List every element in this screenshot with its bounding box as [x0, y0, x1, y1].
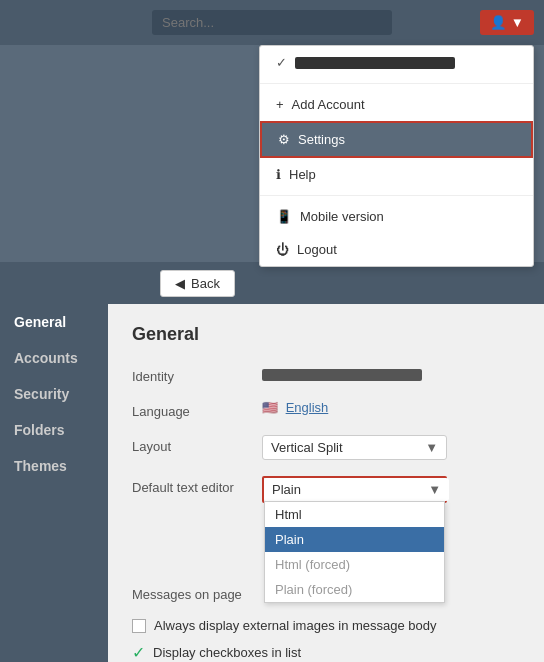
- settings-label: Settings: [298, 132, 345, 147]
- plus-icon: +: [276, 97, 284, 112]
- editor-option-plain-forced-label: Plain (forced): [275, 582, 352, 597]
- add-account-label: Add Account: [292, 97, 365, 112]
- identity-label: Identity: [132, 365, 262, 384]
- editor-label: Default text editor: [132, 476, 262, 495]
- editor-value: Plain ▼ Html Plain Html (forced) Plain (…: [262, 476, 520, 503]
- editor-option-html-forced-label: Html (forced): [275, 557, 350, 572]
- checkbox-images-label: Always display external images in messag…: [154, 618, 437, 633]
- checkbox-images-row: Always display external images in messag…: [132, 618, 520, 633]
- section-title: General: [132, 324, 520, 345]
- dropdown-email-item[interactable]: ✓: [260, 46, 533, 79]
- dropdown-help[interactable]: ℹ Help: [260, 158, 533, 191]
- layout-text: Vertical Split: [271, 440, 343, 455]
- editor-option-html[interactable]: Html: [265, 502, 444, 527]
- checkbox-images[interactable]: [132, 619, 146, 633]
- editor-arrow-icon: ▼: [428, 482, 441, 497]
- editor-option-plain-label: Plain: [275, 532, 304, 547]
- editor-option-html-label: Html: [275, 507, 302, 522]
- identity-value: [262, 365, 520, 384]
- back-bar: ◀ Back: [0, 262, 544, 304]
- mobile-label: Mobile version: [300, 209, 384, 224]
- logout-icon: ⏻: [276, 242, 289, 257]
- help-icon: ℹ: [276, 167, 281, 182]
- back-label: Back: [191, 276, 220, 291]
- checkmark-green-icon: ✓: [132, 643, 145, 662]
- messages-label: Messages on page: [132, 583, 262, 602]
- main-content: General Identity Language 🇺🇸 English Lay…: [108, 304, 544, 662]
- help-label: Help: [289, 167, 316, 182]
- sidebar-item-security[interactable]: Security: [0, 376, 108, 412]
- editor-option-html-forced[interactable]: Html (forced): [265, 552, 444, 577]
- editor-row: Default text editor Plain ▼ Html Plain H…: [132, 476, 520, 503]
- editor-option-plain[interactable]: Plain: [265, 527, 444, 552]
- editor-option-plain-forced[interactable]: Plain (forced): [265, 577, 444, 602]
- language-flag-icon: 🇺🇸: [262, 400, 278, 415]
- sidebar-item-accounts[interactable]: Accounts: [0, 340, 108, 376]
- language-value[interactable]: 🇺🇸 English: [262, 400, 520, 415]
- editor-dropdown-container: Plain ▼ Html Plain Html (forced) Plain (…: [262, 476, 447, 503]
- back-arrow-icon: ◀: [175, 276, 185, 291]
- identity-row: Identity: [132, 365, 520, 384]
- dropdown-mobile[interactable]: 📱 Mobile version: [260, 200, 533, 233]
- sidebar-general-label: General: [14, 314, 66, 330]
- sidebar-item-themes[interactable]: Themes: [0, 448, 108, 484]
- layout-row: Layout Vertical Split ▼: [132, 435, 520, 460]
- identity-blurred: [262, 369, 422, 381]
- top-bar: 👤 ▼: [0, 0, 544, 45]
- sidebar: General Accounts Security Folders Themes: [0, 304, 108, 662]
- layout-select[interactable]: Vertical Split ▼: [262, 435, 447, 460]
- dropdown-settings[interactable]: ⚙ Settings: [260, 121, 533, 158]
- check-icon: ✓: [276, 55, 287, 70]
- dropdown-divider-2: [260, 195, 533, 196]
- checkbox-list-label: Display checkboxes in list: [153, 645, 301, 660]
- search-input[interactable]: [152, 10, 392, 35]
- sidebar-item-general[interactable]: General: [0, 304, 108, 340]
- sidebar-accounts-label: Accounts: [14, 350, 78, 366]
- mobile-icon: 📱: [276, 209, 292, 224]
- sidebar-folders-label: Folders: [14, 422, 65, 438]
- language-row: Language 🇺🇸 English: [132, 400, 520, 419]
- avatar-arrow: ▼: [511, 15, 524, 30]
- language-label: Language: [132, 400, 262, 419]
- sidebar-themes-label: Themes: [14, 458, 67, 474]
- avatar-icon: 👤: [490, 15, 507, 30]
- email-text: [295, 57, 455, 69]
- back-button[interactable]: ◀ Back: [160, 270, 235, 297]
- dropdown-divider-1: [260, 83, 533, 84]
- logout-label: Logout: [297, 242, 337, 257]
- layout-arrow-icon: ▼: [425, 440, 438, 455]
- editor-select[interactable]: Plain ▼: [264, 478, 449, 501]
- checkbox-list-row: ✓ Display checkboxes in list: [132, 643, 520, 662]
- language-text: English: [286, 400, 329, 415]
- layout-value: Vertical Split ▼: [262, 435, 520, 460]
- avatar-button[interactable]: 👤 ▼: [480, 10, 534, 35]
- editor-options-list: Html Plain Html (forced) Plain (forced): [264, 501, 445, 603]
- dropdown-add-account[interactable]: + Add Account: [260, 88, 533, 121]
- editor-current-text: Plain: [272, 482, 301, 497]
- layout-label: Layout: [132, 435, 262, 454]
- sidebar-item-folders[interactable]: Folders: [0, 412, 108, 448]
- dropdown-logout[interactable]: ⏻ Logout: [260, 233, 533, 266]
- gear-icon: ⚙: [278, 132, 290, 147]
- dropdown-menu: ✓ + Add Account ⚙ Settings ℹ Help 📱 Mobi…: [259, 45, 534, 267]
- sidebar-security-label: Security: [14, 386, 69, 402]
